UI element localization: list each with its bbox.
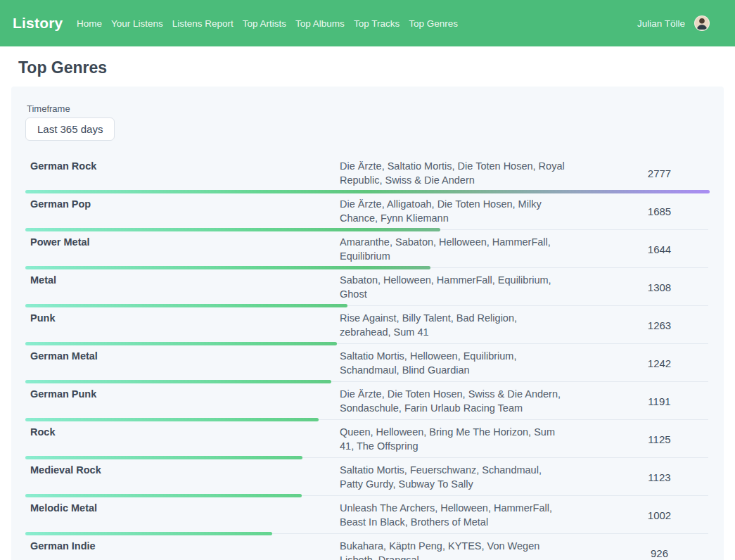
genre-bar xyxy=(25,266,430,269)
nav-item-top-tracks[interactable]: Top Tracks xyxy=(349,14,404,33)
genre-row: Rock Queen, Helloween, Bring Me The Hori… xyxy=(25,421,710,459)
genre-name: German Pop xyxy=(25,197,340,225)
genre-bar xyxy=(25,380,331,383)
genre-name: Power Metal xyxy=(25,235,340,263)
genre-row: Power Metal Amaranthe, Sabaton, Hellowee… xyxy=(25,231,710,269)
page-title: Top Genres xyxy=(18,58,724,77)
genre-artists: Rise Against, Billy Talent, Bad Religion… xyxy=(340,311,565,339)
genre-name: German Punk xyxy=(25,387,340,415)
genre-name: Medieval Rock xyxy=(25,463,340,491)
genre-name: German Indie xyxy=(25,539,340,560)
app-header: Listory Home Your Listens Listens Report… xyxy=(0,0,735,46)
genre-bar-track xyxy=(25,266,710,269)
genre-artists: Unleash The Archers, Helloween, HammerFa… xyxy=(340,501,565,529)
genre-count: 1308 xyxy=(609,281,710,293)
genre-row: German Metal Saltatio Mortis, Helloween,… xyxy=(25,345,710,383)
genre-bar-track xyxy=(25,494,710,497)
nav-item-your-listens[interactable]: Your Listens xyxy=(106,14,167,33)
genre-count: 926 xyxy=(609,547,710,559)
genre-name: Rock xyxy=(25,425,340,453)
genre-row: German Rock Die Ärzte, Saltatio Mortis, … xyxy=(25,155,710,193)
genre-row: Punk Rise Against, Billy Talent, Bad Rel… xyxy=(25,307,710,345)
genre-row: Medieval Rock Saltatio Mortis, Feuerschw… xyxy=(25,459,710,497)
timeframe-label: Timeframe xyxy=(27,103,710,114)
genre-row: German Indie Bukahara, Käptn Peng, KYTES… xyxy=(25,535,710,560)
genre-count: 1263 xyxy=(609,319,710,331)
genre-bar-track xyxy=(25,190,710,193)
genre-artists: Saltatio Mortis, Helloween, Equilibrium,… xyxy=(340,349,565,377)
genre-row: Melodic Metal Unleash The Archers, Hello… xyxy=(25,497,710,535)
genre-count: 2777 xyxy=(609,167,710,179)
app-logo[interactable]: Listory xyxy=(13,15,63,32)
genre-count: 1644 xyxy=(609,243,710,255)
genre-bar xyxy=(25,190,710,193)
genre-bar-track xyxy=(25,304,710,307)
genre-name: Metal xyxy=(25,273,340,301)
genre-bar-track xyxy=(25,456,710,459)
genre-artists: Die Ärzte, Saltatio Mortis, Die Toten Ho… xyxy=(340,159,565,187)
nav-item-top-albums[interactable]: Top Albums xyxy=(291,14,350,33)
genre-bar-track xyxy=(25,228,710,231)
genre-bar xyxy=(25,494,302,497)
genre-count: 1002 xyxy=(609,509,710,521)
user-avatar-icon[interactable] xyxy=(694,15,710,31)
genre-artists: Queen, Helloween, Bring Me The Horizon, … xyxy=(340,425,565,453)
genre-bar-track xyxy=(25,342,710,345)
nav-item-top-genres[interactable]: Top Genres xyxy=(404,14,463,33)
genre-artists: Bukahara, Käptn Peng, KYTES, Von Wegen L… xyxy=(340,539,565,560)
genre-count: 1125 xyxy=(609,433,710,445)
genre-rows: German Rock Die Ärzte, Saltatio Mortis, … xyxy=(25,155,710,560)
genre-name: Punk xyxy=(25,311,340,339)
nav-item-home[interactable]: Home xyxy=(72,14,106,33)
genre-bar xyxy=(25,342,337,345)
genre-name: German Metal xyxy=(25,349,340,377)
genre-bar xyxy=(25,418,319,421)
genre-count: 1685 xyxy=(609,205,710,217)
genre-bar-track xyxy=(25,380,710,383)
genre-name: German Rock xyxy=(25,159,340,187)
genre-bar xyxy=(25,456,302,459)
main-nav: Home Your Listens Listens Report Top Art… xyxy=(72,14,462,33)
genre-artists: Die Ärzte, Alligatoah, Die Toten Hosen, … xyxy=(340,197,565,225)
genre-count: 1123 xyxy=(609,471,710,483)
page: Top Genres Timeframe Last 365 days Germa… xyxy=(0,58,735,560)
genre-row: German Pop Die Ärzte, Alligatoah, Die To… xyxy=(25,193,710,231)
top-genres-card: Timeframe Last 365 days German Rock Die … xyxy=(11,87,724,560)
genre-artists: Amaranthe, Sabaton, Helloween, HammerFal… xyxy=(340,235,565,263)
genre-count: 1242 xyxy=(609,357,710,369)
timeframe-select[interactable]: Last 365 days xyxy=(25,117,115,141)
genre-artists: Sabaton, Helloween, HammerFall, Equilibr… xyxy=(340,273,565,301)
nav-item-listens-report[interactable]: Listens Report xyxy=(167,14,238,33)
genre-bar xyxy=(25,532,272,535)
user-name: Julian Tölle xyxy=(637,18,685,29)
nav-item-top-artists[interactable]: Top Artists xyxy=(238,14,290,33)
genre-bar-track xyxy=(25,418,710,421)
genre-count: 1191 xyxy=(609,395,710,407)
genre-bar-track xyxy=(25,532,710,535)
genre-row: Metal Sabaton, Helloween, HammerFall, Eq… xyxy=(25,269,710,307)
user-menu[interactable]: Julian Tölle xyxy=(637,15,710,31)
genre-artists: Die Ärzte, Die Toten Hosen, Swiss & Die … xyxy=(340,387,565,415)
genre-bar xyxy=(25,228,440,231)
genre-name: Melodic Metal xyxy=(25,501,340,529)
genre-bar xyxy=(25,304,347,307)
genre-artists: Saltatio Mortis, Feuerschwanz, Schandmau… xyxy=(340,463,565,491)
genre-row: German Punk Die Ärzte, Die Toten Hosen, … xyxy=(25,383,710,421)
